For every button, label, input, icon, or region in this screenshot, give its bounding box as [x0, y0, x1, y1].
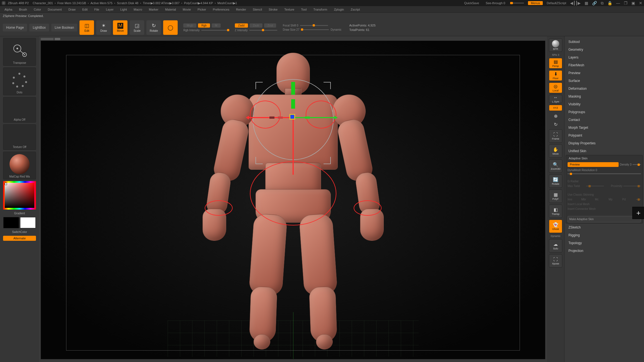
- liveboolean-button[interactable]: Live Boolean: [51, 24, 77, 31]
- arrows-icon[interactable]: ◀┃┃▶: [570, 1, 581, 5]
- draw-mode[interactable]: ✶Draw: [96, 20, 111, 35]
- panel-polygroups[interactable]: Polygroups: [566, 108, 643, 116]
- swatch-white[interactable]: [20, 217, 36, 228]
- texture-tile[interactable]: Texture Off: [3, 124, 36, 150]
- viewport[interactable]: [41, 41, 545, 359]
- zsub-toggle[interactable]: Zsub: [250, 23, 262, 28]
- alpha-tile[interactable]: Alpha Off: [3, 97, 36, 123]
- panel-geometry[interactable]: Geometry: [566, 46, 643, 54]
- mrgb-toggle[interactable]: Mrgb: [183, 23, 196, 28]
- lsym-button[interactable]: ↔L.Sym: [549, 95, 562, 103]
- menu-layer[interactable]: Layer: [103, 7, 117, 12]
- dynamesh-res[interactable]: DynaMesh Resolution 0: [568, 169, 641, 172]
- draw-size[interactable]: Draw Size 27: [283, 28, 299, 31]
- menu-tool[interactable]: Tool: [298, 7, 309, 12]
- solo-button[interactable]: ☁Solo: [549, 239, 562, 252]
- focal-slider[interactable]: [300, 25, 328, 26]
- bpr-button[interactable]: BPR: [549, 38, 562, 52]
- zcut-toggle[interactable]: Zcut: [264, 23, 276, 28]
- stroke-dots[interactable]: Dots: [3, 67, 36, 95]
- xyz-button[interactable]: XYZ: [549, 105, 562, 111]
- menu-color[interactable]: Color: [31, 7, 44, 12]
- persp-button[interactable]: ▤Persp: [549, 58, 562, 69]
- edit-mode[interactable]: ◫Edit: [79, 20, 94, 35]
- dynamesh-slider[interactable]: [568, 173, 641, 174]
- lock-icon[interactable]: 🔒: [607, 1, 612, 5]
- spix-label[interactable]: SPix 3: [552, 54, 559, 56]
- panel-unifiedskin[interactable]: Unified Skin: [566, 147, 643, 155]
- menu-alpha[interactable]: Alpha: [2, 7, 15, 12]
- menu-draw[interactable]: Draw: [66, 7, 78, 12]
- menu-brush[interactable]: Brush: [16, 7, 30, 12]
- clone-icon[interactable]: ⧉: [601, 1, 604, 6]
- seethrough-label[interactable]: See-through 0: [486, 1, 505, 5]
- gizmo-toggle[interactable]: ◯: [163, 20, 178, 35]
- seethrough-slider[interactable]: [510, 3, 524, 4]
- ghost-button[interactable]: 👻Ghost: [549, 220, 562, 233]
- panel-projection[interactable]: Projection: [566, 247, 643, 255]
- rotate-view-button[interactable]: 🔄Rotate: [549, 174, 562, 188]
- add-panel-button[interactable]: +: [632, 207, 644, 219]
- panel-rigging[interactable]: Rigging: [566, 231, 643, 239]
- lightbox-button[interactable]: LightBox: [29, 24, 49, 31]
- menu-marker[interactable]: Marker: [146, 7, 161, 12]
- panel-masking[interactable]: Masking: [566, 93, 643, 100]
- panel-surface[interactable]: Surface: [566, 77, 643, 85]
- menu-macro[interactable]: Macro: [131, 7, 145, 12]
- swatch-black[interactable]: [3, 217, 19, 228]
- menu-render[interactable]: Render: [233, 7, 249, 12]
- panel-subtool[interactable]: Subtool: [566, 38, 643, 46]
- axis-indicator-icon[interactable]: ⊕: [549, 113, 562, 119]
- rgb-toggle[interactable]: Rgb: [198, 23, 210, 28]
- canvas-scrollbar[interactable]: [41, 38, 545, 40]
- frame-button[interactable]: ⛶Frame: [549, 129, 562, 143]
- z-intensity-slider[interactable]: [249, 30, 277, 31]
- panel-preview[interactable]: Preview: [566, 69, 643, 77]
- material-tile[interactable]: MatCap Red Wa: [3, 152, 36, 179]
- minimize-icon[interactable]: —: [616, 1, 620, 5]
- m-toggle[interactable]: M: [212, 23, 221, 28]
- menu-zplugin[interactable]: Zplugin: [331, 7, 347, 12]
- restore-icon[interactable]: ❐: [624, 1, 628, 5]
- switchcolor-label[interactable]: SwitchColor: [3, 230, 36, 234]
- xpose-button[interactable]: ⛶Xpose: [549, 254, 562, 268]
- zoom-button[interactable]: 🔍Zoom3D: [549, 159, 562, 173]
- menu-file[interactable]: File: [91, 7, 102, 12]
- panel-layers[interactable]: Layers: [566, 54, 643, 61]
- menu-transform[interactable]: Transform: [310, 7, 330, 12]
- transpose-brush[interactable]: Transpose: [3, 38, 36, 66]
- menus-button[interactable]: Menus: [528, 1, 543, 5]
- focal-shift[interactable]: Focal Shift 0: [283, 24, 298, 27]
- menu-picker[interactable]: Picker: [195, 7, 209, 12]
- menu-texture[interactable]: Texture: [281, 7, 297, 12]
- panel-topology[interactable]: Topology: [566, 239, 643, 247]
- panel-morphtarget[interactable]: Morph Target: [566, 124, 643, 132]
- adaptive-skin-header[interactable]: Adaptive Skin: [566, 155, 643, 161]
- make-adaptive-skin[interactable]: Make Adaptive Skin: [568, 216, 641, 222]
- scale-mode[interactable]: ◲Scale: [130, 20, 144, 35]
- panel-fibermesh[interactable]: FiberMesh: [566, 61, 643, 69]
- dynamic-label[interactable]: Dynamic: [331, 28, 341, 31]
- refresh-icon[interactable]: ↻: [549, 121, 562, 128]
- menu-material[interactable]: Material: [162, 7, 179, 12]
- local-button[interactable]: ◎Local: [549, 82, 562, 93]
- gradient-label[interactable]: Gradient: [3, 211, 36, 215]
- move-mode[interactable]: MMove: [113, 20, 127, 35]
- close-icon[interactable]: ✕: [639, 1, 642, 5]
- menu-light[interactable]: Light: [117, 7, 130, 12]
- menu-stencil[interactable]: Stencil: [250, 7, 265, 12]
- polyf-button[interactable]: ▦PolyF: [549, 189, 562, 203]
- floor-button[interactable]: ⬇Floor: [549, 70, 562, 81]
- color-picker[interactable]: [3, 181, 36, 210]
- move-view-button[interactable]: ✋Move: [549, 144, 562, 158]
- link-icon[interactable]: 🔗: [592, 1, 597, 5]
- density-slider[interactable]: [633, 164, 641, 165]
- menu-preferences[interactable]: Preferences: [210, 7, 232, 12]
- menu-zscript[interactable]: Zscript: [348, 7, 363, 12]
- density-label[interactable]: Density 3: [620, 163, 631, 166]
- zadd-toggle[interactable]: Zadd: [235, 23, 248, 28]
- character-mesh[interactable]: [196, 53, 391, 345]
- layout-icon[interactable]: ▦: [585, 1, 588, 5]
- panel-contact[interactable]: Contact: [566, 116, 643, 124]
- rotate-mode[interactable]: ↻Rotate: [146, 20, 161, 35]
